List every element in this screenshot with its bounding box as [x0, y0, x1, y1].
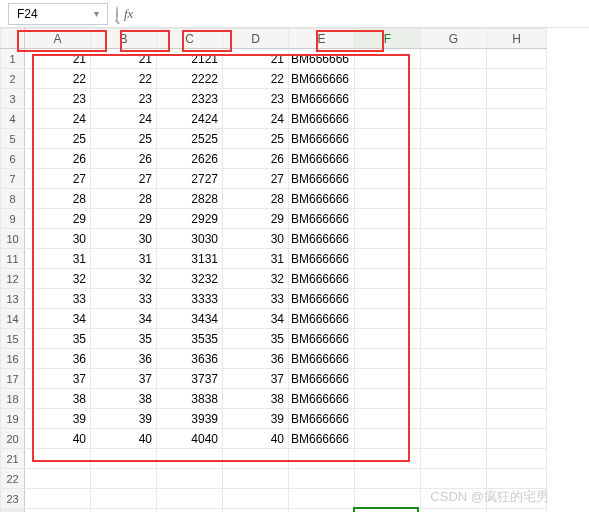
chevron-down-icon[interactable]: ▾ — [94, 8, 99, 19]
cell-A21[interactable] — [25, 449, 91, 469]
cell-F2[interactable] — [355, 69, 421, 89]
row-header-17[interactable]: 17 — [1, 369, 25, 389]
cell-F13[interactable] — [355, 289, 421, 309]
cell-A10[interactable]: 30 — [25, 229, 91, 249]
cell-G13[interactable] — [421, 289, 487, 309]
cell-G11[interactable] — [421, 249, 487, 269]
fx-icon[interactable]: fx — [124, 6, 133, 22]
cell-H10[interactable] — [487, 229, 547, 249]
cell-H16[interactable] — [487, 349, 547, 369]
cell-E23[interactable] — [289, 489, 355, 509]
cell-B13[interactable]: 33 — [91, 289, 157, 309]
cell-E12[interactable]: BM666666 — [289, 269, 355, 289]
cell-D4[interactable]: 24 — [223, 109, 289, 129]
cell-A8[interactable]: 28 — [25, 189, 91, 209]
cell-F22[interactable] — [355, 469, 421, 489]
cell-E24[interactable] — [289, 509, 355, 513]
cell-B6[interactable]: 26 — [91, 149, 157, 169]
cell-B1[interactable]: 21 — [91, 49, 157, 69]
cell-B4[interactable]: 24 — [91, 109, 157, 129]
cell-A17[interactable]: 37 — [25, 369, 91, 389]
cell-D22[interactable] — [223, 469, 289, 489]
cell-D13[interactable]: 33 — [223, 289, 289, 309]
row-header-8[interactable]: 8 — [1, 189, 25, 209]
cell-G2[interactable] — [421, 69, 487, 89]
column-header-F[interactable]: F — [355, 29, 421, 49]
cell-C1[interactable]: 2121 — [157, 49, 223, 69]
cell-C22[interactable] — [157, 469, 223, 489]
cell-C6[interactable]: 2626 — [157, 149, 223, 169]
cell-E15[interactable]: BM666666 — [289, 329, 355, 349]
cell-A2[interactable]: 22 — [25, 69, 91, 89]
cell-C5[interactable]: 2525 — [157, 129, 223, 149]
cell-H21[interactable] — [487, 449, 547, 469]
cell-C17[interactable]: 3737 — [157, 369, 223, 389]
cell-C24[interactable] — [157, 509, 223, 513]
row-header-6[interactable]: 6 — [1, 149, 25, 169]
cell-D14[interactable]: 34 — [223, 309, 289, 329]
cell-D18[interactable]: 38 — [223, 389, 289, 409]
cell-C16[interactable]: 3636 — [157, 349, 223, 369]
cell-B11[interactable]: 31 — [91, 249, 157, 269]
cell-G5[interactable] — [421, 129, 487, 149]
row-header-7[interactable]: 7 — [1, 169, 25, 189]
cell-F23[interactable] — [355, 489, 421, 509]
cell-B14[interactable]: 34 — [91, 309, 157, 329]
cell-G14[interactable] — [421, 309, 487, 329]
cell-H24[interactable] — [487, 509, 547, 513]
cell-G6[interactable] — [421, 149, 487, 169]
cell-G4[interactable] — [421, 109, 487, 129]
cell-B5[interactable]: 25 — [91, 129, 157, 149]
cell-E10[interactable]: BM666666 — [289, 229, 355, 249]
cell-G19[interactable] — [421, 409, 487, 429]
cell-B7[interactable]: 27 — [91, 169, 157, 189]
cell-G18[interactable] — [421, 389, 487, 409]
column-header-E[interactable]: E — [289, 29, 355, 49]
cell-A7[interactable]: 27 — [25, 169, 91, 189]
cell-E1[interactable]: BM666666 — [289, 49, 355, 69]
cell-A20[interactable]: 40 — [25, 429, 91, 449]
cell-A11[interactable]: 31 — [25, 249, 91, 269]
row-header-10[interactable]: 10 — [1, 229, 25, 249]
row-header-24[interactable]: 24 — [1, 509, 25, 513]
cell-A4[interactable]: 24 — [25, 109, 91, 129]
cell-C9[interactable]: 2929 — [157, 209, 223, 229]
cell-D5[interactable]: 25 — [223, 129, 289, 149]
column-header-A[interactable]: A — [25, 29, 91, 49]
cell-E21[interactable] — [289, 449, 355, 469]
cell-B17[interactable]: 37 — [91, 369, 157, 389]
cell-H17[interactable] — [487, 369, 547, 389]
cell-H13[interactable] — [487, 289, 547, 309]
row-header-13[interactable]: 13 — [1, 289, 25, 309]
cell-F17[interactable] — [355, 369, 421, 389]
cell-B20[interactable]: 40 — [91, 429, 157, 449]
cell-C10[interactable]: 3030 — [157, 229, 223, 249]
cell-E11[interactable]: BM666666 — [289, 249, 355, 269]
cell-B12[interactable]: 32 — [91, 269, 157, 289]
cell-C21[interactable] — [157, 449, 223, 469]
cell-A12[interactable]: 32 — [25, 269, 91, 289]
cell-D16[interactable]: 36 — [223, 349, 289, 369]
name-box[interactable]: F24 ▾ — [8, 3, 108, 25]
cell-D23[interactable] — [223, 489, 289, 509]
cell-G7[interactable] — [421, 169, 487, 189]
row-header-16[interactable]: 16 — [1, 349, 25, 369]
cell-G16[interactable] — [421, 349, 487, 369]
cell-A1[interactable]: 21 — [25, 49, 91, 69]
cell-F4[interactable] — [355, 109, 421, 129]
cell-E5[interactable]: BM666666 — [289, 129, 355, 149]
cell-A14[interactable]: 34 — [25, 309, 91, 329]
cell-A5[interactable]: 25 — [25, 129, 91, 149]
cell-A18[interactable]: 38 — [25, 389, 91, 409]
cell-E20[interactable]: BM666666 — [289, 429, 355, 449]
column-header-B[interactable]: B — [91, 29, 157, 49]
cell-A22[interactable] — [25, 469, 91, 489]
column-header-G[interactable]: G — [421, 29, 487, 49]
cell-D2[interactable]: 22 — [223, 69, 289, 89]
cell-H8[interactable] — [487, 189, 547, 209]
cell-D11[interactable]: 31 — [223, 249, 289, 269]
cell-A19[interactable]: 39 — [25, 409, 91, 429]
cell-F9[interactable] — [355, 209, 421, 229]
cell-H15[interactable] — [487, 329, 547, 349]
cell-H18[interactable] — [487, 389, 547, 409]
